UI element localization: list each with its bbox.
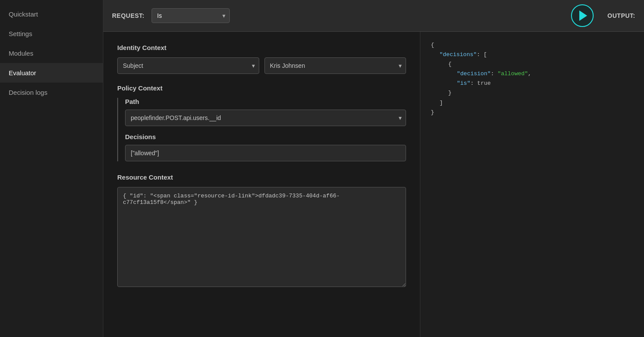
resource-context-title: Resource Context (117, 174, 406, 181)
path-select-wrapper: peoplefinder.POST.api.users.__id peoplef… (125, 110, 406, 126)
sidebar-item-modules[interactable]: Modules (0, 43, 103, 63)
sidebar: Quickstart Settings Modules Evaluator De… (0, 0, 103, 337)
form-panel: Identity Context Subject User Group Role… (103, 32, 420, 337)
sidebar-item-label: Quickstart (9, 10, 38, 18)
subject-select-wrapper: Subject User Group Role (117, 57, 259, 74)
path-title: Path (125, 98, 406, 105)
content-area: Identity Context Subject User Group Role… (103, 32, 644, 337)
output-json: { "decisions": [ { "decision": "allowed"… (431, 40, 634, 117)
request-select-wrapper: Is Get Post Put Delete (152, 8, 230, 23)
identity-context-title: Identity Context (117, 44, 406, 51)
policy-context-block: Path peoplefinder.POST.api.users.__id pe… (117, 98, 406, 161)
resource-textarea[interactable]: { "id": "<span class="resource-id-link">… (117, 187, 406, 287)
request-label: REQUEST: (112, 12, 145, 19)
sidebar-item-quickstart[interactable]: Quickstart (0, 4, 103, 24)
subject-select[interactable]: Subject User Group Role (117, 57, 259, 74)
sidebar-item-label: Decision logs (9, 89, 47, 96)
policy-context-section: Policy Context Path peoplefinder.POST.ap… (117, 84, 406, 161)
sidebar-item-label: Settings (9, 30, 32, 37)
policy-context-title: Policy Context (117, 84, 406, 92)
decisions-section: Decisions (125, 133, 406, 161)
identity-context-section: Identity Context Subject User Group Role… (117, 44, 406, 74)
sidebar-item-label: Modules (9, 50, 33, 57)
user-select-wrapper: Kris Johnsen Admin Guest (264, 57, 406, 74)
output-label: OUTPUT: (608, 12, 635, 19)
path-section: Path peoplefinder.POST.api.users.__id pe… (125, 98, 406, 126)
sidebar-item-label: Evaluator (9, 69, 36, 77)
user-select[interactable]: Kris Johnsen Admin Guest (264, 57, 406, 74)
run-button[interactable] (571, 4, 594, 27)
decisions-input[interactable] (125, 145, 406, 161)
main-area: REQUEST: Is Get Post Put Delete OUTPUT: … (103, 0, 644, 337)
top-bar: REQUEST: Is Get Post Put Delete OUTPUT: (103, 0, 644, 32)
decisions-title: Decisions (125, 133, 406, 140)
request-select[interactable]: Is Get Post Put Delete (152, 8, 230, 23)
play-icon (579, 10, 587, 21)
identity-row: Subject User Group Role Kris Johnsen Adm… (117, 57, 406, 74)
sidebar-item-settings[interactable]: Settings (0, 24, 103, 43)
sidebar-item-decision-logs[interactable]: Decision logs (0, 83, 103, 102)
output-panel: { "decisions": [ { "decision": "allowed"… (420, 32, 644, 337)
resource-context-section: Resource Context { "id": "<span class="r… (117, 174, 406, 288)
sidebar-item-evaluator[interactable]: Evaluator (0, 63, 103, 83)
path-select[interactable]: peoplefinder.POST.api.users.__id peoplef… (125, 110, 406, 126)
